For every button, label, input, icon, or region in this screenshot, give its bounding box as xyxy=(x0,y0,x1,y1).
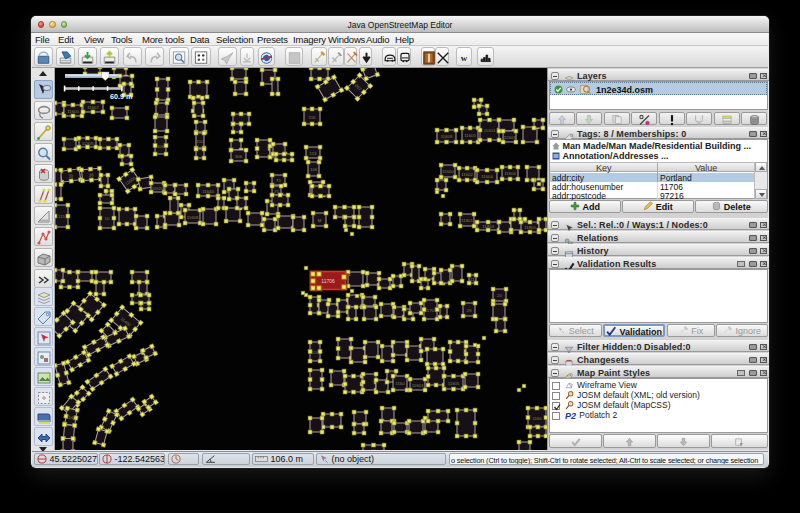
svg-text:113: 113 xyxy=(310,151,317,156)
svg-text:11: 11 xyxy=(470,277,475,282)
svg-text:11309: 11309 xyxy=(82,141,94,146)
svg-text:11602: 11602 xyxy=(461,172,473,177)
svg-text:11601: 11601 xyxy=(484,128,496,133)
svg-text:11603: 11603 xyxy=(412,383,424,388)
svg-text:11701: 11701 xyxy=(425,308,437,313)
svg-text:110: 110 xyxy=(197,139,204,144)
svg-text:60.9 m: 60.9 m xyxy=(110,92,132,101)
svg-text:11600: 11600 xyxy=(67,109,79,114)
svg-text:306: 306 xyxy=(235,154,243,159)
svg-text:1160: 1160 xyxy=(395,381,405,386)
svg-text:106: 106 xyxy=(157,144,165,149)
svg-text:M: M xyxy=(318,218,322,223)
svg-text:11801: 11801 xyxy=(461,218,473,223)
svg-text:116: 116 xyxy=(309,115,316,120)
svg-text:11605: 11605 xyxy=(448,381,460,386)
svg-text:75: 75 xyxy=(274,189,279,194)
svg-text:75: 75 xyxy=(276,178,281,183)
svg-text:110: 110 xyxy=(312,350,319,355)
svg-text:11805: 11805 xyxy=(524,225,536,230)
svg-text:11620: 11620 xyxy=(152,186,164,191)
svg-text:29: 29 xyxy=(467,308,472,313)
svg-text:115: 115 xyxy=(58,214,65,219)
svg-text:11607: 11607 xyxy=(87,105,99,110)
svg-text:11604: 11604 xyxy=(481,174,493,179)
svg-text:11640: 11640 xyxy=(202,189,214,194)
svg-text:10: 10 xyxy=(105,216,110,221)
svg-text:20: 20 xyxy=(497,293,502,298)
svg-text:11608: 11608 xyxy=(187,215,199,220)
svg-text:11706: 11706 xyxy=(321,278,335,284)
svg-text:11609: 11609 xyxy=(441,134,453,139)
svg-text:11803: 11803 xyxy=(482,224,494,229)
svg-text:11605: 11605 xyxy=(464,133,476,138)
svg-text:1160: 1160 xyxy=(532,416,542,421)
svg-text:w: w xyxy=(461,53,468,63)
svg-text:11606: 11606 xyxy=(504,171,516,176)
svg-text:11600: 11600 xyxy=(442,169,454,174)
svg-text:11603: 11603 xyxy=(504,135,516,140)
svg-text:106: 106 xyxy=(310,167,318,172)
